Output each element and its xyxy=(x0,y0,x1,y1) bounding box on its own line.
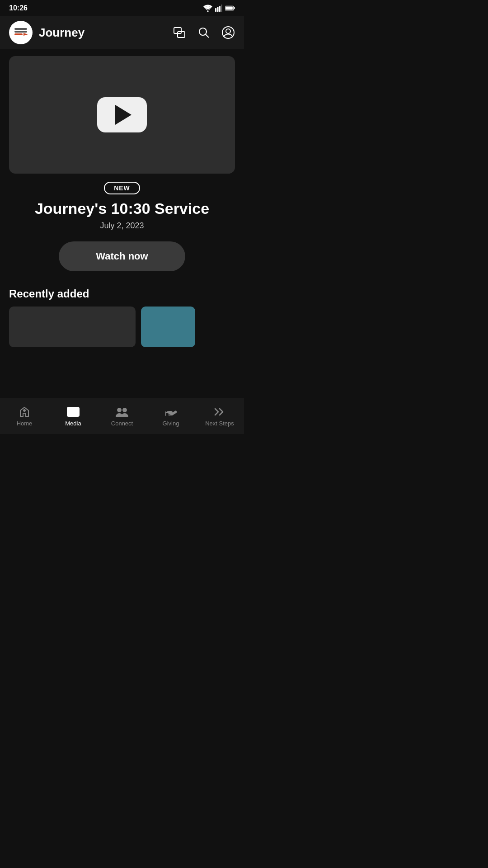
svg-rect-9 xyxy=(14,31,27,33)
svg-rect-10 xyxy=(14,33,23,35)
svg-rect-2 xyxy=(217,7,218,12)
svg-rect-8 xyxy=(14,28,27,30)
badge-container: NEW xyxy=(0,182,244,194)
header-right xyxy=(173,26,235,39)
service-title: Journey's 10:30 Service xyxy=(9,200,235,217)
svg-rect-4 xyxy=(221,5,222,12)
search-button[interactable] xyxy=(197,26,211,39)
svg-rect-1 xyxy=(215,8,216,12)
app-logo xyxy=(9,21,33,44)
recently-added-title: Recently added xyxy=(0,288,244,300)
nav-item-media[interactable]: Media xyxy=(49,406,98,427)
messages-button[interactable] xyxy=(173,26,186,39)
svg-marker-11 xyxy=(23,33,28,36)
main-content: NEW Journey's 10:30 Service July 2, 2023… xyxy=(0,49,244,383)
play-triangle-icon xyxy=(115,105,131,125)
header-left: Journey xyxy=(9,21,84,44)
connect-nav-icon xyxy=(116,406,128,418)
svg-point-18 xyxy=(23,410,26,412)
messages-icon xyxy=(174,27,185,38)
nav-item-connect[interactable]: Connect xyxy=(98,406,146,427)
svg-rect-6 xyxy=(234,7,235,9)
recently-added-row xyxy=(0,307,244,347)
next-steps-nav-icon xyxy=(213,406,226,418)
status-time: 10:26 xyxy=(9,4,28,12)
signal-icon xyxy=(215,5,222,12)
svg-point-14 xyxy=(199,28,206,35)
svg-rect-3 xyxy=(219,6,221,12)
svg-point-22 xyxy=(123,408,127,412)
nav-label-next-steps: Next Steps xyxy=(205,420,234,427)
bottom-nav: Home Media Connect xyxy=(0,398,244,434)
wifi-icon xyxy=(203,5,212,12)
watch-now-button[interactable]: Watch now xyxy=(59,241,185,271)
battery-icon xyxy=(225,5,235,11)
search-icon xyxy=(198,27,210,38)
nav-item-giving[interactable]: Giving xyxy=(146,406,195,427)
recently-added-card-1[interactable] xyxy=(9,307,136,347)
nav-label-connect: Connect xyxy=(111,420,133,427)
nav-label-giving: Giving xyxy=(163,420,179,427)
svg-point-0 xyxy=(207,10,208,12)
nav-item-next-steps[interactable]: Next Steps xyxy=(195,406,244,427)
service-date: July 2, 2023 xyxy=(0,221,244,231)
media-nav-icon xyxy=(67,406,80,418)
nav-label-home: Home xyxy=(17,420,33,427)
home-nav-icon xyxy=(18,406,31,418)
account-button[interactable] xyxy=(221,26,235,39)
status-icons xyxy=(203,5,235,12)
nav-item-home[interactable]: Home xyxy=(0,406,49,427)
app-title: Journey xyxy=(39,26,84,40)
account-icon xyxy=(222,26,235,39)
status-bar: 10:26 xyxy=(0,0,244,16)
svg-point-17 xyxy=(226,29,230,33)
new-badge: NEW xyxy=(104,182,140,194)
play-button[interactable] xyxy=(97,97,147,132)
giving-nav-icon xyxy=(164,406,177,418)
svg-rect-7 xyxy=(225,6,233,9)
app-header: Journey xyxy=(0,16,244,49)
svg-line-15 xyxy=(206,34,209,38)
video-thumbnail[interactable] xyxy=(9,56,235,174)
nav-label-media: Media xyxy=(65,420,81,427)
recently-added-card-2[interactable] xyxy=(141,307,195,347)
svg-point-21 xyxy=(117,408,121,412)
logo-svg xyxy=(13,24,29,41)
